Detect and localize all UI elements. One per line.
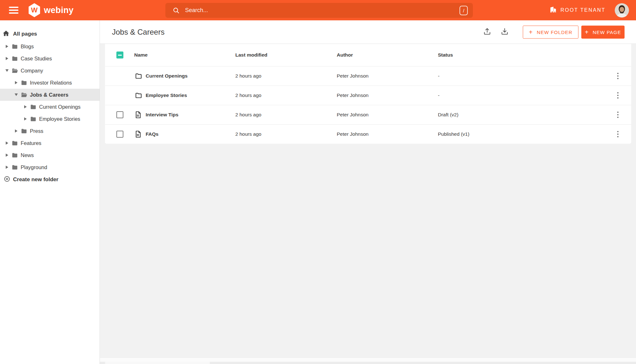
tenant-selector[interactable]: ROOT TENANT: [550, 0, 605, 20]
sidebar-item-current-openings[interactable]: Current Openings: [0, 101, 100, 113]
main-content: Jobs & Careers + NEW FOLDER + NEW PAGE: [100, 20, 636, 364]
sidebar-item-label: Employee Stories: [39, 116, 80, 122]
sidebar-item-label: Playground: [21, 164, 47, 170]
row-menu-button[interactable]: [613, 109, 623, 120]
folder-tree: BlogsCase StudiesCompanyInvestor Relatio…: [0, 40, 100, 173]
sidebar-item-jobs-careers[interactable]: Jobs & Careers: [0, 89, 100, 101]
table-row-faqs[interactable]: FAQs2 hours agoPeter JohnsonPublished (v…: [105, 124, 631, 144]
sidebar-item-label: Blogs: [21, 44, 34, 50]
folder-icon: [11, 152, 18, 159]
chevron-down-icon[interactable]: [14, 93, 19, 96]
sidebar-item-label: Case Studies: [21, 56, 52, 62]
table-header: Name Last modified Author Status: [105, 44, 631, 66]
circle-plus-icon: [4, 176, 10, 183]
chevron-right-icon[interactable]: [23, 117, 28, 120]
webiny-hexagon-icon: W: [28, 3, 41, 17]
folder-icon: [21, 79, 28, 86]
chevron-right-icon[interactable]: [4, 166, 10, 169]
building-icon: [550, 6, 557, 15]
row-name[interactable]: FAQs: [146, 131, 158, 137]
webiny-logo[interactable]: W webiny: [28, 3, 73, 17]
folder-icon: [11, 140, 18, 147]
row-author: Peter Johnson: [337, 73, 369, 79]
sidebar-item-company[interactable]: Company: [0, 65, 100, 77]
sidebar-item-label: Current Openings: [39, 104, 80, 110]
row-author: Peter Johnson: [337, 112, 369, 118]
sidebar-item-playground[interactable]: Playground: [0, 161, 100, 173]
hamburger-menu-icon[interactable]: [9, 6, 18, 14]
scrollbar-thumb[interactable]: [105, 362, 210, 364]
row-last-modified: 2 hours ago: [235, 73, 261, 79]
table-row-employee-stories[interactable]: Employee Stories2 hours agoPeter Johnson…: [105, 86, 631, 105]
folder-icon: [11, 43, 18, 50]
column-header-name[interactable]: Name: [134, 52, 148, 58]
titlebar: Jobs & Careers + NEW FOLDER + NEW PAGE: [100, 20, 636, 44]
column-header-status[interactable]: Status: [438, 52, 453, 58]
create-folder-label: Create new folder: [13, 176, 59, 183]
sidebar-item-employee-stories[interactable]: Employee Stories: [0, 113, 100, 125]
brand-name: webiny: [44, 5, 73, 15]
chevron-right-icon[interactable]: [14, 81, 19, 84]
row-author: Peter Johnson: [337, 131, 369, 137]
row-checkbox[interactable]: [116, 111, 123, 118]
row-name[interactable]: Employee Stories: [146, 93, 187, 98]
sidebar-item-investor-relations[interactable]: Investor Relations: [0, 77, 100, 89]
row-last-modified: 2 hours ago: [235, 112, 261, 118]
new-folder-label: NEW FOLDER: [537, 29, 572, 35]
download-button[interactable]: [499, 26, 510, 38]
chevron-right-icon[interactable]: [4, 57, 10, 60]
row-menu-button[interactable]: [613, 129, 623, 140]
row-author: Peter Johnson: [337, 93, 369, 98]
column-header-author[interactable]: Author: [337, 52, 353, 58]
sidebar-item-label: Jobs & Careers: [30, 92, 68, 98]
row-checkbox[interactable]: [116, 131, 123, 138]
chevron-right-icon[interactable]: [23, 105, 28, 108]
sidebar-item-label: Press: [30, 128, 43, 134]
row-name[interactable]: Current Openings: [146, 73, 188, 79]
document-icon: [135, 111, 142, 119]
document-icon: [135, 131, 142, 138]
page-title: Jobs & Careers: [112, 28, 164, 37]
column-header-last-modified[interactable]: Last modified: [235, 52, 267, 58]
search-input[interactable]: Search... /: [165, 3, 473, 18]
sidebar-item-press[interactable]: Press: [0, 125, 100, 137]
search-placeholder: Search...: [185, 7, 208, 14]
select-all-checkbox[interactable]: [116, 52, 123, 58]
sidebar-item-case-studies[interactable]: Case Studies: [0, 52, 100, 65]
sidebar-item-blogs[interactable]: Blogs: [0, 40, 100, 52]
horizontal-scrollbar[interactable]: [100, 357, 636, 364]
sidebar-item-news[interactable]: News: [0, 149, 100, 161]
folder-icon: [135, 92, 142, 99]
folder-open-icon: [21, 92, 28, 98]
avatar[interactable]: [615, 3, 629, 17]
row-status: -: [438, 73, 439, 79]
create-new-folder-button[interactable]: Create new folder: [0, 173, 100, 186]
folder-icon: [11, 55, 18, 62]
upload-icon: [483, 27, 491, 37]
chevron-right-icon[interactable]: [4, 45, 10, 48]
chevron-down-icon[interactable]: [4, 69, 10, 72]
chevron-right-icon[interactable]: [14, 129, 19, 133]
table-row-interview-tips[interactable]: Interview Tips2 hours agoPeter JohnsonDr…: [105, 105, 631, 124]
plus-icon: +: [585, 29, 589, 35]
sidebar: All pages BlogsCase StudiesCompanyInvest…: [0, 20, 100, 364]
entries-table: Name Last modified Author Status Current…: [105, 44, 631, 144]
row-menu-button[interactable]: [613, 71, 623, 81]
folder-open-icon: [11, 67, 18, 74]
row-menu-button[interactable]: [613, 90, 623, 101]
new-page-button[interactable]: + NEW PAGE: [581, 25, 625, 38]
row-last-modified: 2 hours ago: [235, 93, 261, 98]
table-row-current-openings[interactable]: Current Openings2 hours agoPeter Johnson…: [105, 66, 631, 86]
kebab-icon: [617, 112, 619, 113]
chevron-right-icon[interactable]: [4, 141, 10, 145]
home-icon: [3, 30, 10, 38]
sidebar-item-features[interactable]: Features: [0, 137, 100, 149]
row-name[interactable]: Interview Tips: [146, 112, 178, 118]
chevron-right-icon[interactable]: [4, 154, 10, 157]
slash-shortcut-badge: /: [460, 6, 468, 15]
row-last-modified: 2 hours ago: [235, 131, 261, 137]
sidebar-item-label: Features: [21, 140, 41, 146]
new-folder-button[interactable]: + NEW FOLDER: [523, 25, 578, 38]
sidebar-item-all-pages[interactable]: All pages: [0, 28, 100, 40]
upload-button[interactable]: [481, 26, 493, 38]
